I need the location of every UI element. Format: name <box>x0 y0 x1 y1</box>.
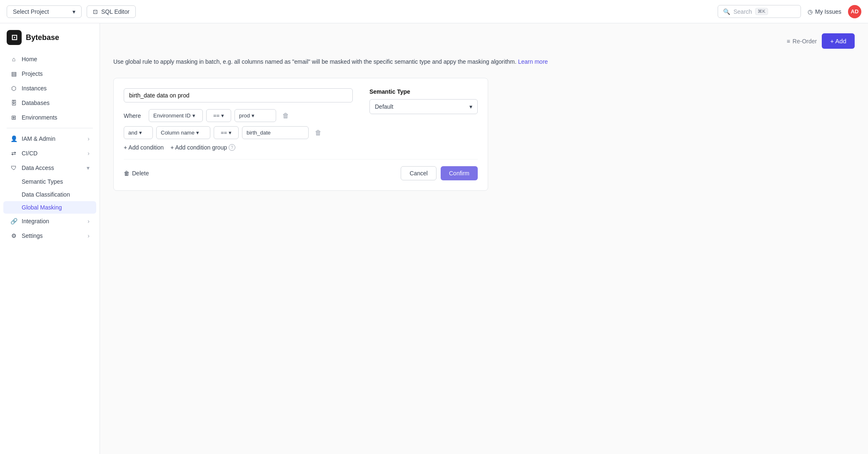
sidebar-item-data-access-label: Data Access <box>22 165 82 171</box>
add-condition-group-link[interactable]: + Add condition group ? <box>170 144 235 151</box>
chevron-down-icon-col <box>196 130 199 136</box>
add-condition-row: + Add condition + Add condition group ? <box>124 144 353 151</box>
sidebar-item-cicd[interactable]: ⇄ CI/CD <box>3 146 96 160</box>
reorder-icon: ≡ <box>787 38 790 45</box>
column-value-input[interactable] <box>242 126 309 139</box>
sidebar-item-global-masking[interactable]: Global Masking <box>3 201 96 214</box>
content-header: ≡ Re-Order + Add <box>113 33 855 49</box>
sidebar-item-cicd-label: CI/CD <box>22 150 83 157</box>
sidebar-item-environments[interactable]: ⊞ Environments <box>3 110 96 125</box>
reorder-label: Re-Order <box>793 38 817 45</box>
cicd-icon: ⇄ <box>10 150 17 157</box>
chevron-right-icon-cicd <box>87 150 90 157</box>
select-project-button[interactable]: Select Project <box>7 5 82 18</box>
sidebar-item-semantic-types[interactable]: Semantic Types <box>3 175 96 188</box>
trash-icon: 🗑 <box>124 170 130 177</box>
sidebar-item-instances-label: Instances <box>22 85 90 92</box>
delete-condition-1-button[interactable]: 🗑 <box>279 110 292 122</box>
chevron-down-icon-env <box>192 112 195 119</box>
sidebar-item-databases-label: Databases <box>22 100 90 106</box>
logo-text: Bytebase <box>26 33 59 42</box>
sidebar-item-integration[interactable]: 🔗 Integration <box>3 214 96 228</box>
help-icon[interactable]: ? <box>229 144 235 151</box>
sidebar-item-data-classification[interactable]: Data Classification <box>3 188 96 201</box>
delete-condition-2-button[interactable]: 🗑 <box>312 127 324 139</box>
delete-rule-button[interactable]: 🗑 Delete <box>124 170 149 177</box>
cancel-button[interactable]: Cancel <box>401 166 436 180</box>
chevron-down-icon-op2 <box>229 130 232 136</box>
my-issues-button[interactable]: ◷ My Issues <box>808 8 841 15</box>
chevron-right-icon-integration <box>87 218 90 225</box>
rule-card: Where Environment ID == prod <box>113 78 488 191</box>
instances-icon: ⬡ <box>10 85 17 92</box>
sidebar-item-databases[interactable]: 🗄 Databases <box>3 96 96 110</box>
sidebar-item-global-masking-label: Global Masking <box>22 204 62 211</box>
sidebar-item-home-label: Home <box>22 56 90 62</box>
environment-id-select[interactable]: Environment ID <box>149 109 203 122</box>
chevron-down-icon-semantic <box>469 103 472 110</box>
chevron-down-icon-and <box>139 130 142 136</box>
logo: ⊡ Bytebase <box>0 30 100 52</box>
terminal-icon: ⊡ <box>93 8 98 15</box>
add-button[interactable]: + Add <box>822 33 855 49</box>
rule-left: Where Environment ID == prod <box>124 88 353 151</box>
operator-select-1[interactable]: == <box>206 109 231 122</box>
sql-editor-button[interactable]: ⊡ SQL Editor <box>87 5 136 18</box>
chevron-down-icon <box>72 8 75 15</box>
sidebar-item-projects-label: Projects <box>22 70 90 77</box>
confirm-button[interactable]: Confirm <box>441 166 478 180</box>
environments-icon: ⊞ <box>10 114 17 121</box>
iam-icon: 👤 <box>10 135 17 142</box>
sidebar-item-iam-label: IAM & Admin <box>22 135 83 142</box>
sidebar-item-data-access[interactable]: 🛡 Data Access <box>3 161 96 175</box>
column-name-select[interactable]: Column name <box>156 126 210 139</box>
sidebar-item-data-classification-label: Data Classification <box>22 191 70 198</box>
sidebar-item-home[interactable]: ⌂ Home <box>3 52 96 66</box>
sidebar-item-semantic-types-label: Semantic Types <box>22 178 63 185</box>
topbar-right: 🔍 Search ⌘K ◷ My Issues AD <box>718 5 861 18</box>
chevron-down-icon-data-access <box>87 165 90 171</box>
search-shortcut: ⌘K <box>755 8 768 15</box>
semantic-type-label: Semantic Type <box>369 88 478 95</box>
footer-actions: Cancel Confirm <box>401 166 478 180</box>
search-placeholder: Search <box>733 8 752 15</box>
operator-select-2[interactable]: == <box>214 126 239 139</box>
condition-row-2: and Column name == 🗑 <box>124 126 353 139</box>
semantic-type-value: Default <box>375 103 393 110</box>
avatar[interactable]: AD <box>848 5 861 18</box>
sidebar: ⊡ Bytebase ⌂ Home ▤ Projects ⬡ Instances… <box>0 23 100 454</box>
sidebar-item-settings-label: Settings <box>22 232 83 239</box>
delete-label: Delete <box>132 170 149 177</box>
chevron-down-icon-op1 <box>221 112 224 119</box>
sql-editor-label: SQL Editor <box>101 8 130 15</box>
topbar: Select Project ⊡ SQL Editor 🔍 Search ⌘K … <box>0 0 868 23</box>
semantic-type-select[interactable]: Default <box>369 99 478 114</box>
reorder-button[interactable]: ≡ Re-Order <box>787 38 817 45</box>
sidebar-item-instances[interactable]: ⬡ Instances <box>3 81 96 95</box>
chevron-down-icon-val1 <box>252 112 254 119</box>
projects-icon: ▤ <box>10 70 17 77</box>
and-select[interactable]: and <box>124 126 153 139</box>
clock-icon: ◷ <box>808 8 813 15</box>
sidebar-item-projects[interactable]: ▤ Projects <box>3 67 96 81</box>
learn-more-link[interactable]: Learn more <box>518 58 548 65</box>
chevron-right-icon-settings <box>87 232 90 239</box>
databases-icon: 🗄 <box>10 99 17 107</box>
search-bar[interactable]: 🔍 Search ⌘K <box>718 5 801 18</box>
add-condition-link[interactable]: + Add condition <box>124 144 164 151</box>
rule-card-body: Where Environment ID == prod <box>124 88 478 151</box>
rule-name-input[interactable] <box>124 88 353 102</box>
sidebar-item-settings[interactable]: ⚙ Settings <box>3 229 96 243</box>
select-project-label: Select Project <box>13 8 49 15</box>
search-icon: 🔍 <box>723 8 730 15</box>
rule-right: Semantic Type Default <box>369 88 478 151</box>
rule-footer: 🗑 Delete Cancel Confirm <box>124 159 478 180</box>
condition-row-1: Where Environment ID == prod <box>124 109 353 122</box>
sidebar-item-integration-label: Integration <box>22 218 83 225</box>
home-icon: ⌂ <box>10 55 17 63</box>
integration-icon: 🔗 <box>10 217 17 225</box>
gear-icon: ⚙ <box>10 232 17 239</box>
add-label: + Add <box>830 37 846 45</box>
env-value-select[interactable]: prod <box>234 109 276 122</box>
sidebar-item-iam-admin[interactable]: 👤 IAM & Admin <box>3 132 96 146</box>
